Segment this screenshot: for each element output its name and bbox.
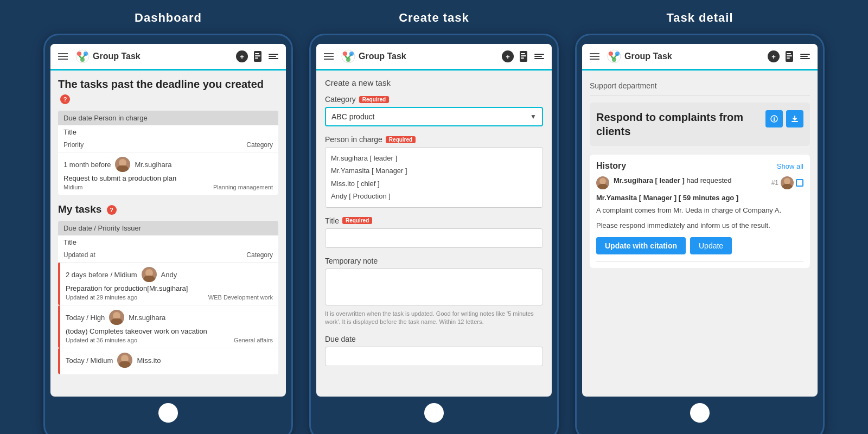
dashboard-home-button[interactable] bbox=[158, 403, 178, 423]
create-document-icon[interactable] bbox=[519, 50, 529, 62]
dashboard-content: The tasks past the deadline you created … bbox=[50, 71, 286, 381]
show-all-link[interactable]: Show all bbox=[777, 162, 803, 170]
person-list[interactable]: Mr.sugihara [ leader ] Mr.Yamasita [ Man… bbox=[325, 147, 543, 208]
overdue-header: Due date Person in charge bbox=[58, 111, 278, 125]
overdue-header-row: Due date Person in charge bbox=[63, 114, 273, 122]
create-app-bar-title: Group Task bbox=[359, 52, 406, 61]
svg-point-1 bbox=[77, 52, 81, 56]
person-item-4[interactable]: Andy [ Production ] bbox=[331, 190, 537, 202]
due-date-group: Due date bbox=[325, 335, 543, 366]
title-input[interactable] bbox=[325, 228, 543, 248]
detail-app-bar-title: Group Task bbox=[624, 52, 672, 61]
temp-note-label: Temporary note bbox=[325, 257, 543, 265]
my-tasks-item2-top: Today / High Mr.sugihara bbox=[66, 310, 273, 325]
svg-rect-14 bbox=[521, 55, 526, 56]
info-button[interactable] bbox=[765, 110, 783, 127]
andy-avatar bbox=[142, 267, 157, 282]
temp-note-group: Temporary note It is overwritten when th… bbox=[325, 257, 543, 327]
person-required: Required bbox=[386, 136, 416, 143]
create-app-bar: Group Task + bbox=[316, 44, 552, 71]
overdue-help-icon[interactable]: ? bbox=[60, 94, 70, 104]
create-home-button[interactable] bbox=[424, 403, 444, 423]
sugihara-avatar-2 bbox=[109, 310, 124, 325]
priority-bar-1 bbox=[58, 263, 60, 305]
create-list-icon[interactable] bbox=[534, 54, 544, 59]
category-arrow-icon: ▼ bbox=[530, 113, 537, 120]
my-tasks-card: Due date / Priority Issuer Title Updated… bbox=[58, 221, 278, 374]
document-icon[interactable] bbox=[253, 50, 263, 62]
category-select[interactable]: ABC product ▼ bbox=[325, 107, 543, 126]
hamburger-icon[interactable] bbox=[58, 53, 68, 60]
my-tasks-header: Due date / Priority Issuer bbox=[58, 221, 278, 235]
svg-point-10 bbox=[349, 52, 354, 56]
history-reporter-name: Mr.Yamasita [ Manager ] [ 59 minutes ago… bbox=[596, 194, 803, 202]
history-number-group: #1 bbox=[771, 176, 803, 189]
overdue-heading: The tasks past the deadline you created … bbox=[58, 77, 278, 105]
update-with-citation-button[interactable]: Update with citation bbox=[596, 237, 686, 254]
category-group: Category Required ABC product ▼ bbox=[325, 95, 543, 126]
svg-rect-22 bbox=[787, 55, 792, 56]
svg-rect-13 bbox=[521, 53, 525, 54]
detail-add-icon[interactable]: + bbox=[768, 50, 780, 62]
create-app-logo: Group Task bbox=[341, 49, 497, 63]
category-required: Required bbox=[359, 96, 389, 103]
download-button[interactable] bbox=[786, 110, 803, 127]
svg-rect-21 bbox=[787, 53, 791, 54]
detail-home-button[interactable] bbox=[690, 403, 710, 423]
svg-rect-6 bbox=[255, 55, 260, 56]
dashboard-screen-title: Dashboard bbox=[135, 11, 202, 25]
svg-rect-7 bbox=[255, 58, 258, 59]
info-icon bbox=[770, 115, 778, 123]
add-icon[interactable]: + bbox=[236, 50, 248, 62]
person-item-3[interactable]: Miss.ito [ chief ] bbox=[331, 177, 537, 190]
list-icon[interactable] bbox=[269, 54, 278, 59]
my-tasks-item-3[interactable]: Today / Midium Miss.ito bbox=[58, 348, 278, 374]
history-number: #1 bbox=[771, 179, 778, 187]
copy-icon[interactable] bbox=[796, 179, 803, 187]
task-detail-screen: Task detail bbox=[575, 11, 825, 434]
due-date-input[interactable] bbox=[325, 347, 543, 366]
create-hamburger-icon[interactable] bbox=[324, 53, 334, 60]
overdue-task-item[interactable]: 1 month before Mr.sugihara Request to su… bbox=[58, 152, 278, 195]
my-tasks-title-label: Title bbox=[58, 235, 278, 249]
dashboard-screen: Dashboard G bbox=[43, 11, 293, 434]
group-task-logo-icon bbox=[75, 49, 90, 63]
overdue-title-label: Title bbox=[58, 125, 278, 139]
detail-app-bar-icons: + bbox=[768, 50, 810, 62]
my-tasks-heading: My tasks ? bbox=[58, 203, 278, 215]
category-label: Category Required bbox=[325, 95, 543, 104]
my-tasks-item-2[interactable]: Today / High Mr.sugihara (today) Complet… bbox=[58, 305, 278, 348]
task-detail-card: Respond to complaints from clients bbox=[590, 103, 810, 146]
person-item-1[interactable]: Mr.sugihara [ leader ] bbox=[331, 152, 537, 164]
my-tasks-meta-label: Updated at Category bbox=[58, 249, 278, 262]
person-item-2[interactable]: Mr.Yamasita [ Manager ] bbox=[331, 164, 537, 177]
my-tasks-help-icon[interactable]: ? bbox=[107, 205, 117, 215]
detail-hamburger-icon[interactable] bbox=[590, 53, 599, 60]
svg-rect-15 bbox=[521, 58, 524, 59]
history-entry: Mr.sugihara [ leader ] had requested #1 bbox=[596, 176, 803, 189]
create-task-screen: Create task bbox=[309, 11, 559, 434]
my-tasks-item2-footer: Updated at 36 minutes ago General affair… bbox=[66, 337, 273, 343]
detail-content: Support department Respond to complaints… bbox=[582, 71, 818, 275]
task-detail-title: Respond to complaints from clients bbox=[596, 110, 760, 138]
my-tasks-section: My tasks ? Due date / Priority Issuer Ti… bbox=[58, 203, 278, 374]
temp-note-input[interactable] bbox=[325, 269, 543, 305]
overdue-section: The tasks past the deadline you created … bbox=[58, 77, 278, 195]
detail-list-icon[interactable] bbox=[800, 54, 810, 59]
svg-point-18 bbox=[615, 52, 620, 56]
history-sugihara-avatar bbox=[596, 176, 609, 189]
my-tasks-header-row: Due date / Priority Issuer bbox=[63, 224, 273, 232]
create-add-icon[interactable]: + bbox=[502, 50, 514, 62]
my-tasks-item-1[interactable]: 2 days before / Midium Andy Preparation … bbox=[58, 262, 278, 305]
my-tasks-item3-top: Today / Midium Miss.ito bbox=[66, 353, 273, 368]
overdue-item-top: 1 month before Mr.sugihara bbox=[63, 157, 273, 172]
task-detail-phone-screen: Group Task + bbox=[582, 44, 818, 397]
title-label: Title Required bbox=[325, 216, 543, 225]
svg-point-19 bbox=[612, 58, 616, 62]
svg-point-17 bbox=[609, 52, 613, 56]
update-button[interactable]: Update bbox=[690, 237, 732, 254]
task-detail-phone: Group Task + bbox=[575, 34, 825, 434]
department-label: Support department bbox=[590, 77, 810, 96]
action-buttons-row: Update with citation Update bbox=[596, 237, 803, 254]
detail-document-icon[interactable] bbox=[785, 50, 795, 62]
